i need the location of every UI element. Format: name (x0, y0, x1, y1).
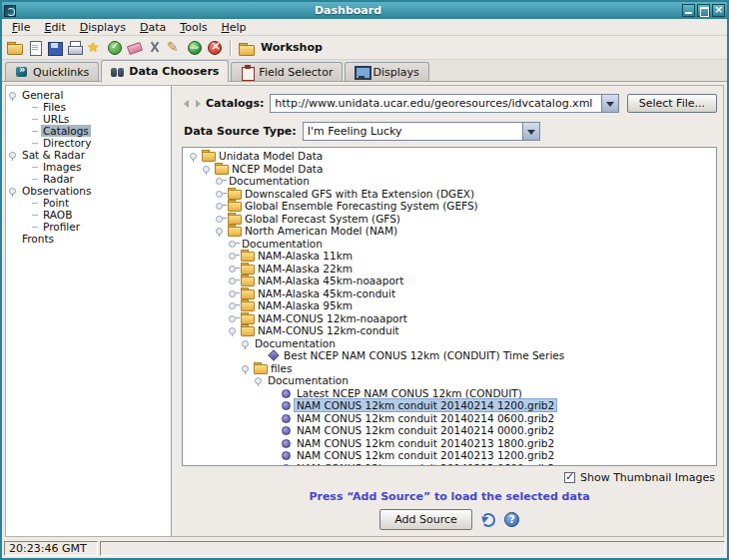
tree-node[interactable]: NCEP Model Data (187, 163, 716, 176)
add-source-button[interactable]: Add Source (379, 509, 472, 530)
expander-open-icon[interactable] (8, 185, 20, 197)
tree-node[interactable]: RAOB (6, 209, 171, 221)
expander-closed-icon[interactable] (215, 175, 227, 187)
stop-icon[interactable] (206, 39, 224, 57)
expander-open-icon[interactable] (8, 89, 20, 101)
tree-node[interactable]: Images (6, 161, 171, 173)
data-source-type-combo[interactable]: I'm Feeling Lucky (303, 122, 540, 141)
expander-open-icon[interactable] (8, 149, 20, 161)
tree-node[interactable]: NAM-Alaska 11km (187, 250, 716, 263)
tree-node[interactable]: NAM CONUS 12km conduit 20140214 0600.gri… (187, 412, 716, 425)
open-bundle-icon[interactable] (6, 39, 24, 57)
help-icon[interactable] (504, 512, 519, 527)
tree-node[interactable]: Latest NCEP NAM CONUS 12km (CONDUIT) (187, 387, 716, 400)
workshop-folder-icon[interactable] (238, 40, 256, 56)
ok-icon[interactable] (106, 39, 124, 57)
tree-node[interactable]: NAM-Alaska 22km (187, 263, 716, 276)
erase-icon[interactable] (126, 39, 144, 57)
tree-node[interactable]: Fronts (6, 233, 171, 245)
tree-node-label: NAM-CONUS 12km-conduit (256, 324, 401, 336)
menu-displays[interactable]: Displays (73, 20, 133, 35)
tree-node[interactable]: Profiler (6, 221, 171, 233)
tab-field-selector[interactable]: Field Selector (231, 62, 343, 81)
select-file-button[interactable]: Select File... (627, 94, 717, 113)
tree-node[interactable]: Downscaled GFS with Eta Extension (DGEX) (187, 188, 716, 201)
tree-node[interactable]: Documentation (187, 175, 716, 188)
tree-node[interactable]: General (6, 89, 171, 101)
expander-closed-icon[interactable] (228, 287, 240, 299)
new-bundle-icon[interactable] (26, 39, 44, 57)
show-thumbnails-checkbox[interactable] (564, 472, 575, 483)
chevron-down-icon[interactable] (601, 95, 618, 112)
tree-node-label: Profiler (41, 221, 82, 233)
expander-closed-icon[interactable] (215, 213, 227, 225)
tree-node[interactable]: NAM CONUS 12km conduit 20140213 1800.gri… (187, 437, 716, 450)
expander-closed-icon[interactable] (228, 299, 240, 311)
tree-node[interactable]: NAM-Alaska 95km (187, 299, 716, 312)
tree-node[interactable]: Catalogs (6, 125, 171, 137)
expander-closed-icon[interactable] (228, 275, 240, 286)
tree-node[interactable]: Sat & Radar (6, 149, 171, 161)
expander-open-icon[interactable] (241, 337, 253, 349)
tree-node[interactable]: NAM CONUS 12km conduit 20140214 1200.gri… (187, 399, 716, 412)
tab-displays[interactable]: Displays (345, 62, 428, 81)
menu-help[interactable]: Help (214, 20, 253, 35)
globe-icon[interactable] (186, 39, 204, 57)
tree-node[interactable]: Directory (6, 137, 171, 149)
tree-node[interactable]: Unidata Model Data (187, 150, 716, 163)
catalog-forward-icon[interactable] (193, 98, 202, 110)
tree-node[interactable]: NAM CONUS 12km conduit 20140213 0600.gri… (187, 462, 716, 467)
tab-data-choosers[interactable]: Data Choosers (101, 60, 229, 82)
expander-open-icon[interactable] (189, 150, 201, 162)
menu-data[interactable]: Data (133, 20, 173, 35)
expander-closed-icon[interactable] (215, 188, 227, 200)
cut-icon[interactable] (146, 39, 164, 57)
menu-edit[interactable]: Edit (37, 20, 72, 35)
tree-node[interactable]: NAM CONUS 12km conduit 20140214 0000.gri… (187, 424, 716, 437)
tree-node[interactable]: Radar (6, 173, 171, 185)
menu-tools[interactable]: Tools (173, 20, 214, 35)
expander-closed-icon[interactable] (228, 238, 240, 250)
favorite-star-icon[interactable] (86, 39, 104, 57)
tree-node[interactable]: Documentation (187, 238, 716, 251)
tree-node[interactable]: Global Ensemble Forecasting System (GEFS… (187, 200, 716, 213)
close-button[interactable] (712, 4, 725, 17)
expander-closed-icon[interactable] (215, 200, 227, 212)
chevron-down-icon[interactable] (522, 123, 539, 140)
tree-node[interactable]: NAM-Alaska 45km-conduit (187, 287, 716, 300)
catalog-url-combo[interactable]: http://www.unidata.ucar.edu/georesources… (270, 94, 618, 113)
tree-node[interactable]: Files (6, 101, 171, 113)
expander-open-icon[interactable] (202, 163, 214, 175)
expander-open-icon[interactable] (254, 374, 266, 386)
tab-quicklinks[interactable]: Quicklinks (5, 62, 99, 81)
minimize-button[interactable] (682, 4, 695, 17)
tree-node[interactable]: Global Forecast System (GFS) (187, 213, 716, 226)
tree-node[interactable]: NAM-Alaska 45km-noaaport (187, 275, 716, 287)
tree-node[interactable]: NAM-CONUS 12km-noaaport (187, 312, 716, 325)
tree-node[interactable]: NAM-CONUS 12km-conduit (187, 324, 716, 337)
print-icon[interactable] (66, 39, 84, 57)
tree-node[interactable]: Documentation (187, 374, 716, 387)
tree-node[interactable]: Best NCEP NAM CONUS 12km (CONDUIT) Time … (187, 349, 716, 362)
reload-icon[interactable] (481, 513, 495, 527)
catalog-back-icon[interactable] (182, 98, 191, 110)
tree-node[interactable]: URLs (6, 113, 171, 125)
expander-open-icon[interactable] (215, 225, 227, 237)
expander-closed-icon[interactable] (228, 250, 240, 262)
tree-node[interactable]: Observations (6, 185, 171, 197)
maximize-button[interactable] (697, 4, 710, 17)
pencil-icon[interactable] (166, 39, 184, 57)
expander-open-icon[interactable] (241, 362, 253, 374)
tree-node[interactable]: Point (6, 197, 171, 209)
expander-closed-icon[interactable] (228, 263, 240, 275)
tree-node-label: NAM CONUS 12km conduit 20140213 0600.gri… (295, 462, 556, 466)
menu-file[interactable]: File (5, 20, 37, 35)
expander-open-icon[interactable] (228, 324, 240, 336)
tree-node[interactable]: North American Model (NAM) (187, 225, 716, 238)
tree-node[interactable]: Documentation (187, 337, 716, 350)
tree-node[interactable]: files (187, 362, 716, 375)
titlebar[interactable]: Dashboard (2, 2, 727, 19)
expander-closed-icon[interactable] (228, 312, 240, 324)
tree-node[interactable]: NAM CONUS 12km conduit 20140213 1200.gri… (187, 449, 716, 462)
save-bundle-icon[interactable] (46, 39, 64, 57)
